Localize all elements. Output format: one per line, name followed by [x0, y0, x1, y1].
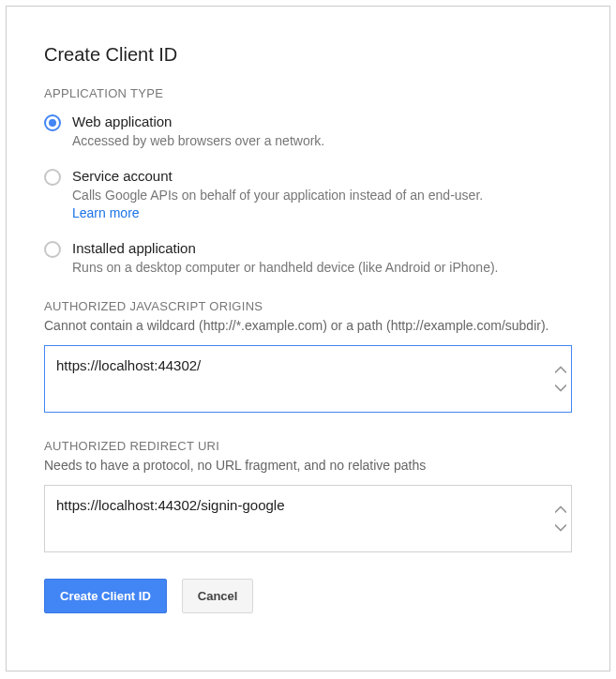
radio-description: Runs on a desktop computer or handheld d…: [72, 259, 572, 278]
application-type-label: APPLICATION TYPE: [44, 86, 572, 100]
redirect-uri-field: AUTHORIZED REDIRECT URI Needs to have a …: [44, 439, 572, 552]
javascript-origins-field: AUTHORIZED JAVASCRIPT ORIGINS Cannot con…: [44, 299, 572, 413]
scroll-arrows: [554, 365, 567, 393]
radio-indicator-selected: [44, 114, 61, 131]
js-origins-input[interactable]: [45, 346, 571, 408]
learn-more-link[interactable]: Learn more: [72, 205, 140, 220]
radio-description: Accessed by web browsers over a network.: [72, 132, 572, 151]
js-origins-label: AUTHORIZED JAVASCRIPT ORIGINS: [44, 299, 572, 313]
radio-description: Calls Google APIs on behalf of your appl…: [72, 187, 572, 223]
js-origins-input-wrap: [44, 345, 572, 413]
dialog-title: Create Client ID: [44, 44, 572, 66]
js-origins-help: Cannot contain a wildcard (http://*.exam…: [44, 317, 572, 336]
chevron-up-icon[interactable]: [554, 365, 567, 376]
scroll-arrows: [554, 505, 567, 533]
radio-label: Installed application: [72, 240, 572, 256]
radio-indicator: [44, 241, 61, 258]
cancel-button[interactable]: Cancel: [182, 579, 254, 613]
radio-web-application[interactable]: Web application Accessed by web browsers…: [44, 113, 572, 151]
radio-label: Service account: [72, 168, 572, 184]
radio-installed-application[interactable]: Installed application Runs on a desktop …: [44, 240, 572, 278]
redirect-uri-input[interactable]: [45, 486, 571, 548]
redirect-uri-label: AUTHORIZED REDIRECT URI: [44, 439, 572, 453]
create-client-id-dialog: Create Client ID APPLICATION TYPE Web ap…: [6, 6, 610, 671]
radio-label: Web application: [72, 113, 572, 129]
radio-dot-icon: [49, 119, 56, 127]
create-client-id-button[interactable]: Create Client ID: [44, 579, 167, 613]
radio-service-account[interactable]: Service account Calls Google APIs on beh…: [44, 168, 572, 223]
application-type-radio-group: Web application Accessed by web browsers…: [44, 113, 572, 277]
chevron-down-icon[interactable]: [554, 382, 567, 393]
redirect-uri-input-wrap: [44, 485, 572, 552]
chevron-down-icon[interactable]: [554, 521, 567, 533]
redirect-uri-help: Needs to have a protocol, no URL fragmen…: [44, 457, 572, 475]
button-row: Create Client ID Cancel: [44, 579, 572, 613]
radio-indicator: [44, 169, 61, 186]
chevron-up-icon[interactable]: [554, 505, 567, 516]
